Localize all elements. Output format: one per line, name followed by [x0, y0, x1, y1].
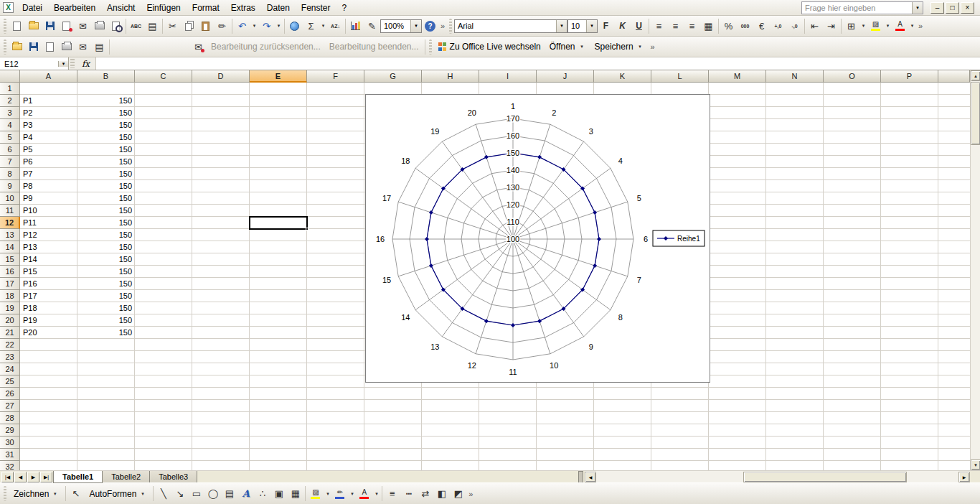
merge-center-button[interactable]: ▦ [700, 18, 717, 34]
toolbar-grip[interactable] [4, 19, 6, 34]
draw-font-color-dropdown[interactable]: ▾ [372, 486, 380, 502]
autoformen-dropdown-icon[interactable]: ▾ [138, 486, 146, 502]
cell-A2[interactable]: P1 [20, 95, 77, 107]
draw-fill-color-dropdown[interactable]: ▾ [324, 486, 331, 502]
next-sheet-button[interactable]: ▶ [27, 472, 39, 482]
name-box-dropdown-icon[interactable]: ▾ [58, 61, 68, 67]
office-live-grip[interactable] [429, 39, 432, 55]
textbox-button[interactable]: ▤ [221, 486, 237, 502]
drawing-options-chevron[interactable]: » [466, 486, 475, 502]
row-header-17[interactable]: 17 [0, 278, 20, 290]
cell-A12[interactable]: P11 [20, 217, 77, 229]
drawing-toolbar-grip[interactable] [4, 486, 6, 501]
column-header-k[interactable]: K [594, 70, 651, 83]
sheet-tab-tabelle2[interactable]: Tabelle2 [102, 471, 150, 483]
cell-A13[interactable]: P12 [20, 229, 77, 241]
borders-button[interactable]: ⊞ [843, 18, 859, 34]
undo-button[interactable]: ↶ [234, 18, 250, 34]
open-online-button[interactable]: Öffnen▾ [545, 39, 590, 55]
sheet-tab-tabelle3[interactable]: Tabelle3 [149, 471, 197, 483]
menu-extras[interactable]: Extras [225, 1, 261, 15]
zeichnen-dropdown-icon[interactable]: ▾ [51, 486, 59, 502]
research-button[interactable]: ▤ [144, 18, 161, 34]
cell-B5[interactable]: 150 [77, 131, 135, 144]
column-header-e[interactable]: E [250, 70, 307, 83]
row-header-5[interactable]: 5 [0, 131, 20, 144]
row-header-23[interactable]: 23 [0, 351, 20, 363]
question-input[interactable] [802, 4, 912, 12]
column-header-i[interactable]: I [479, 70, 537, 83]
cell-A8[interactable]: P7 [20, 168, 77, 180]
column-header-f[interactable]: F [307, 70, 364, 83]
row-header-30[interactable]: 30 [0, 437, 20, 449]
row-header-20[interactable]: 20 [0, 314, 20, 327]
draw-oval-button[interactable]: ◯ [204, 486, 221, 502]
line-style-button[interactable]: ≡ [384, 486, 400, 502]
horizontal-scroll-track[interactable] [596, 472, 958, 482]
undo-dropdown[interactable]: ▾ [250, 18, 258, 34]
redo-dropdown[interactable]: ▾ [275, 18, 283, 34]
font-size-combo[interactable]: 10 ▾ [567, 19, 598, 33]
column-header-a[interactable]: A [20, 70, 77, 83]
reviewing-toolbar-grip[interactable] [4, 39, 6, 55]
row-header-12[interactable]: 12 [0, 217, 20, 229]
toolbar-options-chevron[interactable]: » [438, 18, 447, 34]
scroll-left-button[interactable]: ◀ [585, 472, 596, 482]
cell-B19[interactable]: 150 [77, 302, 135, 314]
column-header-o[interactable]: O [824, 70, 881, 83]
new-document-button[interactable] [42, 39, 58, 55]
column-header-h[interactable]: H [422, 70, 479, 83]
cell-A16[interactable]: P15 [20, 266, 77, 278]
fill-color-dropdown[interactable]: ▾ [884, 18, 892, 34]
column-header-p[interactable]: P [881, 70, 938, 83]
column-header-b[interactable]: B [77, 70, 135, 83]
font-color-dropdown[interactable]: ▾ [908, 18, 916, 34]
font-color-button[interactable]: A [892, 18, 908, 34]
print-file-button[interactable] [58, 39, 75, 55]
menu-bearbeiten[interactable]: Bearbeiten [48, 1, 101, 15]
menu-format[interactable]: Format [187, 1, 225, 15]
cell-B9[interactable]: 150 [77, 180, 135, 192]
autosum-button[interactable]: Σ [303, 18, 319, 34]
row-header-11[interactable]: 11 [0, 205, 20, 217]
scroll-right-button[interactable]: ▶ [958, 472, 970, 482]
cell-B13[interactable]: 150 [77, 229, 135, 241]
cell-A21[interactable]: P20 [20, 327, 77, 339]
mail-recipient-button[interactable]: ✉ [75, 39, 91, 55]
open-button[interactable] [25, 18, 42, 34]
zoom-dropdown-icon[interactable]: ▾ [410, 20, 421, 32]
formula-bar-grip[interactable] [70, 59, 75, 68]
print-button[interactable] [91, 18, 108, 34]
office-live-button[interactable]: Zu Office Live wechseln [434, 39, 545, 55]
font-name-combo[interactable]: Arial ▾ [454, 19, 567, 33]
row-header-1[interactable]: 1 [0, 83, 20, 95]
row-header-25[interactable]: 25 [0, 375, 20, 388]
vertical-scrollbar[interactable]: ▲ ▼ [970, 70, 980, 470]
cell-A11[interactable]: P10 [20, 205, 77, 217]
cell-B8[interactable]: 150 [77, 168, 135, 180]
row-header-8[interactable]: 8 [0, 168, 20, 180]
italic-button[interactable]: K [614, 18, 631, 34]
borders-dropdown[interactable]: ▾ [859, 18, 867, 34]
cell-B21[interactable]: 150 [77, 327, 135, 339]
row-header-27[interactable]: 27 [0, 400, 20, 412]
draw-line-button[interactable]: ╲ [155, 486, 171, 502]
selection-box[interactable] [249, 216, 308, 230]
email-button[interactable]: ✉ [75, 18, 91, 34]
dash-style-button[interactable]: ┅ [400, 486, 417, 502]
draw-line-color-button[interactable]: ✏ [331, 486, 348, 502]
last-sheet-button[interactable]: ▶| [40, 472, 52, 482]
save-online-dropdown[interactable]: ▾ [636, 39, 644, 55]
chart-wizard-button[interactable] [347, 18, 364, 34]
cell-B17[interactable]: 150 [77, 278, 135, 290]
column-header-c[interactable]: C [135, 70, 192, 83]
align-right-button[interactable]: ≡ [684, 18, 700, 34]
cell-A5[interactable]: P4 [20, 131, 77, 144]
horizontal-scrollbar[interactable]: ◀ ▶ [585, 471, 970, 483]
draw-font-color-button[interactable]: A [356, 486, 372, 502]
cut-button[interactable]: ✂ [164, 18, 181, 34]
cell-B15[interactable]: 150 [77, 253, 135, 266]
menu-fenster[interactable]: Fenster [296, 1, 336, 15]
cell-A9[interactable]: P8 [20, 180, 77, 192]
select-all-corner[interactable] [0, 70, 20, 83]
